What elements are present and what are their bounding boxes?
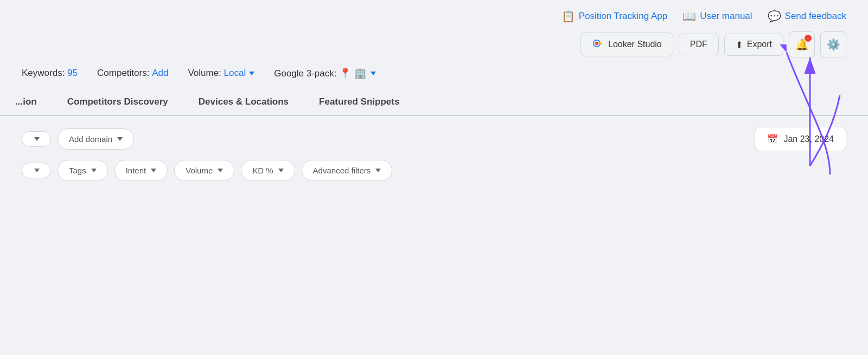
volume-label: Volume: — [188, 68, 221, 78]
send-feedback-link[interactable]: 💬 Send feedback — [768, 10, 846, 23]
tabs-row: ...ion Competitors Discovery Devices & L… — [0, 89, 868, 116]
looker-label: Looker Studio — [608, 40, 662, 49]
date-picker-button[interactable]: 📅 Jan 23, 2024 — [755, 127, 846, 151]
row1-chevron-button[interactable] — [22, 131, 51, 147]
volume-filter-label: Volume — [186, 166, 213, 175]
gear-icon: ⚙️ — [827, 38, 840, 51]
user-manual-label: User manual — [700, 11, 752, 22]
volume-stat: Volume: Local — [188, 68, 254, 79]
row2-chevron-button[interactable] — [22, 163, 51, 178]
settings-button[interactable]: ⚙️ — [820, 31, 846, 57]
kd-filter-button[interactable]: KD % — [241, 160, 295, 181]
row1-chevron-icon — [34, 137, 40, 141]
user-manual-link[interactable]: 📖 User manual — [682, 10, 752, 23]
notifications-button[interactable]: 🔔 — [789, 31, 815, 57]
tab-overview[interactable]: ...ion — [0, 89, 52, 115]
row2-chevron-icon — [34, 169, 40, 172]
building-icon: 🏢 — [354, 67, 366, 79]
calendar-icon: 📅 — [767, 134, 778, 144]
tags-label: Tags — [69, 166, 86, 175]
competitors-stat: Competitors: Add — [97, 68, 168, 79]
google-pack-controls[interactable]: 📍 🏢 — [339, 67, 376, 79]
toolbar-row: Looker Studio PDF ⬆ Export 🔔 ⚙️ — [0, 28, 868, 63]
looker-icon — [592, 38, 604, 50]
export-button[interactable]: ⬆ Export — [724, 34, 783, 56]
pack-chevron-icon — [371, 72, 376, 75]
add-domain-button[interactable]: Add domain — [58, 128, 134, 150]
export-icon: ⬆ — [736, 40, 743, 50]
user-manual-icon: 📖 — [682, 10, 696, 23]
date-label: Jan 23, 2024 — [783, 134, 834, 144]
send-feedback-label: Send feedback — [785, 11, 846, 22]
competitors-label: Competitors: — [97, 68, 149, 78]
pdf-button[interactable]: PDF — [679, 34, 719, 55]
pdf-label: PDF — [690, 40, 707, 49]
google-pack-stat: Google 3-pack: 📍 🏢 — [274, 67, 376, 79]
position-tracking-icon: 📋 — [561, 10, 575, 23]
looker-studio-button[interactable]: Looker Studio — [580, 33, 673, 56]
filters-row-2: Tags Intent Volume KD % Advanced filters — [0, 157, 868, 188]
volume-filter-chevron-icon — [218, 169, 223, 172]
notification-badge — [805, 35, 812, 42]
tab-devices-locations[interactable]: Devices & Locations — [183, 89, 304, 115]
tab-featured-snippets[interactable]: Featured Snippets — [304, 89, 414, 115]
export-label: Export — [747, 40, 772, 49]
filters-row-1: Add domain 📅 Jan 23, 2024 — [0, 116, 868, 157]
intent-filter-button[interactable]: Intent — [114, 160, 168, 181]
tags-chevron-icon — [91, 169, 97, 172]
volume-filter-button[interactable]: Volume — [174, 160, 234, 181]
tags-filter-button[interactable]: Tags — [58, 160, 108, 181]
position-tracking-label: Position Tracking App — [579, 11, 667, 22]
add-domain-label: Add domain — [69, 134, 112, 144]
keywords-value[interactable]: 95 — [67, 68, 78, 78]
volume-dropdown[interactable]: Local — [224, 68, 255, 79]
position-tracking-link[interactable]: 📋 Position Tracking App — [561, 10, 667, 23]
google-pack-label: Google 3-pack: — [274, 68, 336, 79]
volume-chevron-icon — [249, 72, 254, 75]
advanced-label: Advanced filters — [313, 166, 371, 175]
top-bar: 📋 Position Tracking App 📖 User manual 💬 … — [0, 0, 868, 28]
intent-chevron-icon — [151, 169, 156, 172]
advanced-chevron-icon — [375, 169, 381, 172]
location-pin-icon: 📍 — [339, 67, 351, 79]
svg-point-1 — [595, 42, 598, 45]
send-feedback-icon: 💬 — [768, 10, 781, 23]
tab-competitors[interactable]: Competitors Discovery — [52, 89, 183, 115]
stats-row: Keywords: 95 Competitors: Add Volume: Lo… — [0, 63, 868, 89]
keywords-label: Keywords: — [22, 68, 65, 78]
intent-label: Intent — [126, 166, 146, 175]
advanced-filters-button[interactable]: Advanced filters — [302, 160, 393, 181]
svg-point-2 — [598, 42, 602, 45]
keywords-stat: Keywords: 95 — [22, 68, 78, 79]
competitors-value[interactable]: Add — [152, 68, 168, 78]
kd-chevron-icon — [278, 169, 284, 172]
add-domain-chevron-icon — [117, 137, 123, 141]
volume-value: Local — [224, 68, 246, 79]
kd-label: KD % — [252, 166, 273, 175]
